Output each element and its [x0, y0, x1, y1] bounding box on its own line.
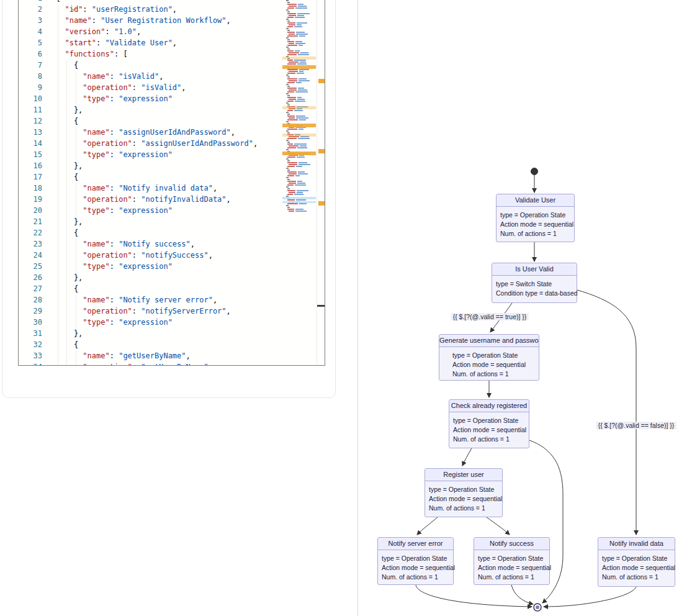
state-attr: Action mode = sequential: [602, 563, 675, 573]
line-number: 13: [19, 127, 56, 138]
code-line[interactable]: 4 "version": "1.0",: [19, 26, 282, 37]
indent-guide: [58, 238, 58, 250]
line-number: 18: [19, 183, 56, 194]
code-line[interactable]: 8 "name": "isValid",: [19, 71, 282, 82]
code-line[interactable]: 5 "start": "Validate User",: [19, 37, 282, 48]
code-line[interactable]: 14 "operation": "assignUserIdAndPassword…: [19, 138, 282, 149]
indent-guide: [76, 350, 76, 361]
code-line[interactable]: 26 },: [19, 272, 282, 283]
state-attr: Num. of actions = 1: [429, 504, 502, 513]
code-line[interactable]: 11 },: [19, 104, 282, 116]
code-editor[interactable]: 1{2 "id": "userRegistration",3 "name": "…: [18, 0, 325, 366]
line-number: 5: [19, 37, 56, 48]
code-line[interactable]: 7 {: [19, 60, 282, 71]
state-node-is-user-valid: Is User Valid type = Switch State Condit…: [492, 263, 577, 303]
indent-guide: [66, 328, 67, 339]
line-number: 19: [19, 194, 56, 205]
state-attr: type = Operation State: [453, 416, 526, 425]
code-line[interactable]: 20 "type": "expression": [19, 205, 282, 216]
edge-success-to-end: [511, 585, 533, 604]
indent-guide: [76, 261, 76, 272]
code-line[interactable]: 12 {: [19, 116, 282, 127]
indent-guide: [58, 194, 58, 205]
line-number: 10: [19, 93, 56, 104]
state-title: Is User Valid: [492, 263, 577, 276]
indent-guide: [58, 328, 58, 339]
code-line[interactable]: 13 "name": "assignUserIdAndPassword",: [19, 127, 282, 138]
indent-guide: [66, 104, 67, 116]
indent-guide: [66, 283, 67, 294]
indent-guide: [66, 60, 67, 71]
line-number: 33: [19, 350, 56, 361]
code-line[interactable]: 9 "operation": "isValid",: [19, 82, 282, 93]
code-line[interactable]: 23 "name": "Notify success",: [19, 238, 282, 250]
line-number: 6: [19, 48, 56, 60]
state-node-validate-user: Validate User type = Operation State Act…: [496, 194, 575, 242]
indent-guide: [58, 205, 58, 216]
indent-guide: [58, 350, 58, 361]
line-number: 3: [19, 15, 56, 26]
minimap-search-highlight: [282, 106, 316, 109]
state-attr: type = Operation State: [452, 351, 526, 360]
code-line[interactable]: 17 {: [19, 171, 282, 183]
indent-guide: [66, 93, 67, 104]
code-lines[interactable]: 1{2 "id": "userRegistration",3 "name": "…: [19, 0, 282, 365]
code-line[interactable]: 27 {: [19, 283, 282, 294]
code-line[interactable]: 21 },: [19, 216, 282, 227]
indent-guide: [58, 227, 58, 238]
state-attr: type = Operation State: [478, 554, 551, 563]
indent-guide: [76, 250, 76, 261]
edge-label-valid-true: {{ $.[?(@.valid == true)] }}: [451, 313, 529, 320]
state-attr: type = Operation State: [500, 211, 573, 220]
indent-guide: [66, 138, 67, 149]
line-number: 30: [19, 317, 56, 328]
code-line[interactable]: 19 "operation": "notifyInvalidData",: [19, 194, 282, 205]
code-line[interactable]: 28 "name": "Notify server error",: [19, 294, 282, 306]
state-attr: type = Switch State: [496, 279, 578, 289]
line-number: 24: [19, 250, 56, 261]
minimap[interactable]: [282, 0, 317, 365]
code-line[interactable]: 32 {: [19, 339, 282, 350]
indent-guide: [58, 171, 58, 183]
indent-guide: [66, 317, 67, 328]
indent-guide: [66, 272, 67, 283]
indent-guide: [66, 361, 67, 365]
code-line[interactable]: 16 },: [19, 160, 282, 171]
indent-guide: [58, 116, 58, 127]
state-title: Notify success: [474, 538, 549, 550]
code-line[interactable]: 30 "type": "expression": [19, 317, 282, 328]
split-view: 1{2 "id": "userRegistration",3 "name": "…: [0, 0, 692, 616]
code-line[interactable]: 2 "id": "userRegistration",: [19, 4, 282, 15]
indent-guide: [58, 4, 58, 15]
line-number: 26: [19, 272, 56, 283]
code-line[interactable]: 18 "name": "Notify invalid data",: [19, 183, 282, 194]
line-number: 8: [19, 71, 56, 82]
line-number: 15: [19, 149, 56, 160]
code-line[interactable]: 10 "type": "expression": [19, 93, 282, 104]
code-line[interactable]: 29 "operation": "notifyServerError",: [19, 306, 282, 317]
state-title: Notify invalid data: [598, 538, 675, 550]
code-line[interactable]: 33 "name": "getUserByName",: [19, 350, 282, 361]
code-line[interactable]: 25 "type": "expression": [19, 261, 282, 272]
indent-guide: [76, 71, 76, 82]
minimap-search-highlight: [282, 124, 316, 127]
line-number: 12: [19, 116, 56, 127]
code-line[interactable]: 24 "operation": "notifySuccess",: [19, 250, 282, 261]
edge-invalid-to-end: [544, 587, 636, 607]
code-line[interactable]: 15 "type": "expression": [19, 149, 282, 160]
state-attr: Num. of actions = 1: [500, 229, 573, 238]
indent-guide: [66, 205, 67, 216]
indent-guide: [76, 306, 76, 317]
line-number: 22: [19, 227, 56, 238]
line-number: 17: [19, 171, 56, 183]
indent-guide: [58, 272, 58, 283]
state-attr: Action mode = sequential: [500, 220, 573, 229]
code-line[interactable]: 34 "operation": "getUserByName",: [19, 361, 282, 365]
indent-guide: [66, 183, 67, 194]
code-line[interactable]: 3 "name": "User Registration Workflow",: [19, 15, 282, 26]
code-line[interactable]: 22 {: [19, 227, 282, 238]
indent-guide: [58, 82, 58, 93]
code-line[interactable]: 31 },: [19, 328, 282, 339]
line-number: 32: [19, 339, 56, 350]
code-line[interactable]: 6 "functions": [: [19, 48, 282, 60]
